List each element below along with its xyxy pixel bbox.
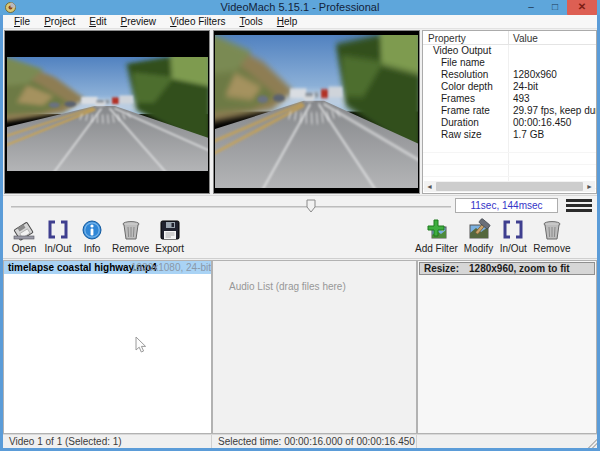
toolbar-button-label: Add Filter	[415, 243, 458, 254]
property-name	[423, 141, 509, 152]
remove-button[interactable]: Remove	[530, 218, 573, 254]
property-value	[509, 141, 596, 152]
property-row-color-depth[interactable]: Color depth24-bit	[423, 81, 596, 93]
property-hscrollbar[interactable]: ◄ ►	[424, 181, 595, 192]
property-row-frames[interactable]: Frames493	[423, 93, 596, 105]
status-selected-time: Selected time: 00:00:16.000 of 00:00:16.…	[212, 435, 417, 448]
property-name	[423, 153, 509, 164]
property-name: Video Output	[423, 45, 509, 57]
property-value: 493	[509, 93, 596, 105]
output-video-frame	[215, 35, 418, 188]
property-name: Resolution	[423, 69, 509, 81]
menu-preview[interactable]: Preview	[113, 15, 163, 29]
modify-hammer-icon	[467, 218, 491, 242]
property-group-video-output[interactable]: Video Output	[423, 45, 596, 57]
scroll-right-arrow-icon[interactable]: ►	[584, 181, 595, 192]
timeline-slider-thumb[interactable]	[306, 199, 316, 213]
property-value: 24-bit	[509, 81, 596, 93]
mouse-cursor	[135, 336, 147, 354]
video-list-panel[interactable]: timelapse coastal highway.mp41920x1080, …	[3, 260, 212, 434]
menu-video-filters[interactable]: Video Filters	[163, 15, 232, 29]
scroll-left-arrow-icon[interactable]: ◄	[424, 181, 435, 192]
info-button[interactable]: Info	[75, 218, 109, 254]
filter-list-panel[interactable]: Resize:1280x960, zoom to fit	[417, 260, 597, 434]
property-value: 29.97 fps, keep duration	[509, 105, 596, 117]
videomach-window: VideoMach 5.15.1 - Professional – □ ✕ Fi…	[0, 0, 600, 451]
video-file-info: 1920x1080, 24-bit	[131, 261, 211, 274]
in-out-brackets-icon	[501, 218, 525, 242]
timeline-slider-track[interactable]	[11, 206, 451, 208]
property-row-empty[interactable]	[423, 153, 596, 165]
property-value: 00:00:16.450	[509, 117, 596, 129]
in-out-brackets-icon	[46, 218, 70, 242]
property-row-file-name[interactable]: File name	[423, 57, 596, 69]
toolbar-button-label: Modify	[464, 243, 493, 254]
in-out-button[interactable]: In/Out	[41, 218, 75, 254]
minimize-button[interactable]: –	[519, 0, 543, 15]
close-button[interactable]: ✕	[567, 0, 597, 15]
property-panel: Property Value Video OutputFile nameReso…	[422, 30, 597, 194]
property-value	[509, 45, 596, 57]
trash-icon	[119, 218, 143, 242]
menu-edit[interactable]: Edit	[82, 15, 113, 29]
add-filter-button[interactable]: Add Filter	[412, 218, 461, 254]
menu-bar: FileProjectEditPreviewVideo FiltersTools…	[1, 15, 599, 29]
filter-item-resize[interactable]: Resize:1280x960, zoom to fit	[419, 262, 595, 275]
status-bar: Video 1 of 1 (Selected: 1) Selected time…	[3, 434, 597, 448]
title-bar: VideoMach 5.15.1 - Professional – □ ✕	[0, 0, 600, 15]
property-name: Color depth	[423, 81, 509, 93]
hamburger-menu-icon[interactable]	[566, 199, 592, 212]
property-name: Duration	[423, 117, 509, 129]
property-name: Frames	[423, 93, 509, 105]
property-name: File name	[423, 57, 509, 69]
property-row-empty[interactable]	[423, 165, 596, 177]
current-time-field[interactable]: 11sec, 144msec	[455, 198, 558, 213]
maximize-button[interactable]: □	[543, 0, 567, 15]
audio-list-placeholder: Audio List (drag files here)	[229, 281, 346, 292]
property-row-frame-rate[interactable]: Frame rate29.97 fps, keep duration	[423, 105, 596, 117]
property-header-row: Property Value	[423, 31, 596, 45]
menu-file[interactable]: File	[7, 15, 37, 29]
property-row-empty[interactable]	[423, 141, 596, 153]
timeline-row: 11sec, 144msec	[3, 195, 597, 214]
toolbar-button-label: In/Out	[500, 243, 527, 254]
menu-tools[interactable]: Tools	[232, 15, 269, 29]
toolbar-button-label: In/Out	[44, 243, 71, 254]
window-border-left	[0, 15, 3, 451]
filter-value: 1280x960, zoom to fit	[469, 263, 570, 274]
source-preview-pane	[4, 30, 210, 194]
scrollbar-thumb[interactable]	[436, 182, 583, 191]
video-list-item[interactable]: timelapse coastal highway.mp41920x1080, …	[4, 261, 211, 274]
toolbar-button-label: Remove	[533, 243, 570, 254]
property-name: Frame rate	[423, 105, 509, 117]
modify-button[interactable]: Modify	[461, 218, 496, 254]
toolbar-button-label: Open	[12, 243, 36, 254]
in-out-button[interactable]: In/Out	[496, 218, 530, 254]
audio-list-panel[interactable]: Audio List (drag files here)	[212, 260, 417, 434]
property-name	[423, 165, 509, 176]
toolbar-button-label: Info	[84, 243, 101, 254]
window-title: VideoMach 5.15.1 - Professional	[0, 0, 600, 15]
remove-button[interactable]: Remove	[109, 218, 152, 254]
app-icon	[5, 2, 16, 13]
property-value	[509, 153, 596, 164]
export-button[interactable]: Export	[152, 218, 187, 254]
property-name: Raw size	[423, 129, 509, 141]
filter-name: Resize:	[424, 263, 459, 274]
property-row-duration[interactable]: Duration00:00:16.450	[423, 117, 596, 129]
status-extra	[417, 435, 597, 448]
menu-help[interactable]: Help	[270, 15, 305, 29]
property-column-header: Property	[423, 31, 509, 44]
trash-icon	[540, 218, 564, 242]
status-video-count: Video 1 of 1 (Selected: 1)	[3, 435, 212, 448]
output-preview-pane	[213, 30, 420, 194]
open-button[interactable]: Open	[7, 218, 41, 254]
value-column-header: Value	[509, 31, 596, 44]
toolbar-button-label: Remove	[112, 243, 149, 254]
resize-grip[interactable]	[587, 438, 597, 448]
property-row-resolution[interactable]: Resolution1280x960	[423, 69, 596, 81]
info-icon	[80, 218, 104, 242]
menu-project[interactable]: Project	[37, 15, 82, 29]
property-row-raw-size[interactable]: Raw size1.7 GB	[423, 129, 596, 141]
export-floppy-icon	[158, 218, 182, 242]
